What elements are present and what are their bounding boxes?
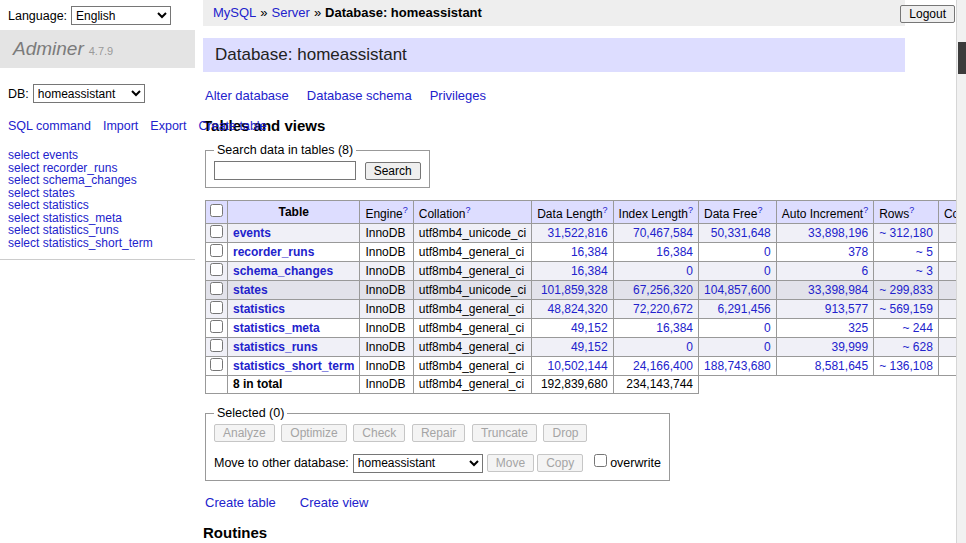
vertical-scrollbar[interactable] [956, 0, 966, 543]
db-selector-row: DB:homeassistant [0, 68, 195, 109]
table-row: recorder_runs InnoDB utf8mb4_general_ci … [206, 243, 966, 262]
cell-index-length: 70,467,584 [613, 224, 698, 243]
cell-collation: utf8mb4_unicode_ci [413, 281, 531, 300]
db-select[interactable]: homeassistant [33, 84, 145, 103]
total-collation: utf8mb4_general_ci [413, 376, 531, 394]
cell-data-free: 0 [699, 338, 777, 357]
scrollbar-thumb[interactable] [958, 42, 966, 74]
table-link[interactable]: statistics_runs [233, 340, 318, 354]
truncate-button[interactable]: Truncate [472, 424, 537, 442]
table-row: statistics_runs InnoDB utf8mb4_general_c… [206, 338, 966, 357]
help-link[interactable]: ? [757, 205, 762, 215]
table-link[interactable]: statistics [233, 302, 285, 316]
table-link[interactable]: statistics_short_term [233, 359, 354, 373]
overwrite-checkbox[interactable] [594, 454, 607, 467]
check-button[interactable]: Check [353, 424, 405, 442]
cell-data-length: 49,152 [532, 338, 613, 357]
cell-data-length: 48,824,320 [532, 300, 613, 319]
analyze-button[interactable]: Analyze [214, 424, 275, 442]
export-link[interactable]: Export [150, 119, 186, 133]
cell-rows: ~ 312,180 [874, 224, 939, 243]
tables-and-views-heading: Tables and views [203, 117, 905, 135]
table-header-row: Table Engine? Collation? Data Length? In… [206, 201, 966, 224]
main-content: MySQL»Server»Database: homeassistant Dat… [203, 0, 905, 543]
row-checkbox[interactable] [210, 301, 223, 314]
search-button[interactable]: Search [365, 162, 421, 180]
adminer-logo[interactable]: Adminer [13, 38, 84, 59]
privileges-link[interactable]: Privileges [430, 88, 486, 103]
cell-index-length: 24,166,400 [613, 357, 698, 376]
move-db-select[interactable]: homeassistant [353, 454, 483, 473]
cell-index-length: 0 [613, 262, 698, 281]
cell-auto-increment: 378 [776, 243, 873, 262]
cell-auto-increment: 33,898,196 [776, 224, 873, 243]
select-all-checkbox[interactable] [210, 204, 223, 217]
cell-collation: utf8mb4_general_ci [413, 319, 531, 338]
row-checkbox[interactable] [210, 339, 223, 352]
header-data-length: Data Length? [532, 201, 613, 224]
row-checkbox[interactable] [210, 263, 223, 276]
sidebar-select-statistics-short-term[interactable]: select statistics_short_term [8, 236, 153, 250]
help-link[interactable]: ? [863, 205, 868, 215]
table-link[interactable]: states [233, 283, 268, 297]
help-link[interactable]: ? [688, 205, 693, 215]
overwrite-label-wrap: overwrite [590, 456, 661, 470]
page-title: Database: homeassistant [203, 38, 905, 72]
move-button[interactable]: Move [487, 454, 534, 472]
sidebar-table-list: select events select recorder_runs selec… [8, 149, 195, 249]
table-link[interactable]: recorder_runs [233, 245, 314, 259]
language-row: Language:English [8, 6, 171, 25]
table-link[interactable]: events [233, 226, 271, 240]
help-link[interactable]: ? [403, 205, 408, 215]
breadcrumb-server-link[interactable]: Server [272, 5, 310, 20]
table-row: statistics_meta InnoDB utf8mb4_general_c… [206, 319, 966, 338]
language-select[interactable]: English [71, 6, 171, 25]
database-schema-link[interactable]: Database schema [307, 88, 412, 103]
table-link[interactable]: schema_changes [233, 264, 333, 278]
create-table-link[interactable]: Create table [205, 495, 276, 510]
create-table-link-sidebar[interactable]: Create table [198, 119, 266, 133]
header-index-length: Index Length? [613, 201, 698, 224]
breadcrumb-current: Database: homeassistant [325, 5, 482, 20]
cell-data-length: 10,502,144 [532, 357, 613, 376]
row-checkbox[interactable] [210, 282, 223, 295]
header-rows: Rows? [874, 201, 939, 224]
cell-engine: InnoDB [360, 224, 413, 243]
cell-data-free: 0 [699, 262, 777, 281]
header-auto-increment: Auto Increment? [776, 201, 873, 224]
alter-database-link[interactable]: Alter database [205, 88, 289, 103]
header-table: Table [228, 201, 360, 224]
row-checkbox[interactable] [210, 225, 223, 238]
cell-table-name: recorder_runs [228, 243, 360, 262]
cell-auto-increment: 325 [776, 319, 873, 338]
cell-collation: utf8mb4_general_ci [413, 357, 531, 376]
sql-command-link[interactable]: SQL command [8, 119, 91, 133]
total-engine: InnoDB [360, 376, 413, 394]
cell-engine: InnoDB [360, 281, 413, 300]
cell-rows: ~ 299,833 [874, 281, 939, 300]
total-empty-cells [699, 376, 966, 394]
help-link[interactable]: ? [603, 205, 608, 215]
list-item: select statistics_short_term [8, 237, 195, 250]
copy-button[interactable]: Copy [537, 454, 583, 472]
drop-button[interactable]: Drop [543, 424, 587, 442]
help-link[interactable]: ? [465, 205, 470, 215]
cell-index-length: 0 [613, 338, 698, 357]
repair-button[interactable]: Repair [412, 424, 465, 442]
import-link[interactable]: Import [103, 119, 138, 133]
logout-button[interactable]: Logout [900, 5, 955, 23]
header-checkbox-cell [206, 201, 228, 224]
search-input[interactable] [214, 161, 356, 180]
total-label: 8 in total [228, 376, 360, 394]
optimize-button[interactable]: Optimize [281, 424, 346, 442]
table-link[interactable]: statistics_meta [233, 321, 320, 335]
row-checkbox[interactable] [210, 358, 223, 371]
cell-collation: utf8mb4_general_ci [413, 243, 531, 262]
row-checkbox[interactable] [210, 244, 223, 257]
adminer-version: 4.7.9 [89, 45, 113, 57]
cell-table-name: statistics_meta [228, 319, 360, 338]
create-view-link[interactable]: Create view [300, 495, 369, 510]
breadcrumb-mysql-link[interactable]: MySQL [213, 5, 256, 20]
row-checkbox[interactable] [210, 320, 223, 333]
help-link[interactable]: ? [909, 205, 914, 215]
